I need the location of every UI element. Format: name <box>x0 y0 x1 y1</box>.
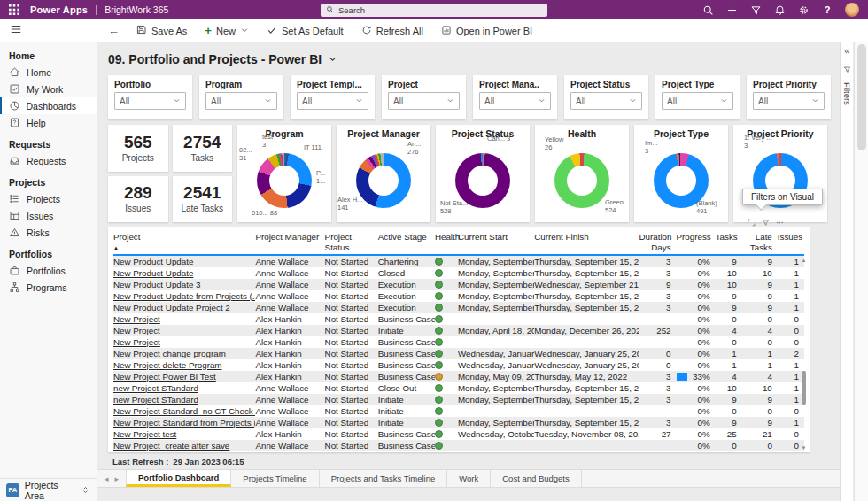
cell-duration: 3 <box>639 371 676 382</box>
sidebar-item-help[interactable]: Help <box>0 114 97 131</box>
column-header-tasks[interactable]: Tasks <box>716 227 742 255</box>
chevron-down-icon <box>264 96 272 106</box>
environment-name[interactable]: BrightWork 365 <box>105 4 168 15</box>
project-link[interactable]: New Project Standard from Projects (... <box>113 418 255 428</box>
table-scrollbar[interactable]: ▲ ▼ <box>800 258 808 451</box>
column-header-duration-days[interactable]: Duration Days <box>639 227 676 255</box>
filters-pane-collapsed[interactable]: « Filters <box>840 42 853 501</box>
tabs-next-icon[interactable]: ▸ <box>115 474 120 483</box>
title-chevron-icon[interactable] <box>328 51 337 67</box>
nav-group-home: Home <box>0 42 97 64</box>
filter-dropdown-program[interactable]: All <box>205 92 277 110</box>
project-link[interactable]: New Project change program <box>113 349 226 358</box>
column-header-project-manager[interactable]: Project Manager <box>255 227 324 255</box>
filter-dropdown-project-mana[interactable]: All <box>479 92 551 110</box>
hamburger-menu-icon[interactable] <box>10 23 22 39</box>
sidebar-item-dashboards[interactable]: Dashboards <box>0 97 97 114</box>
filter-icon[interactable] <box>749 4 762 16</box>
filter-dropdown-project[interactable]: All <box>388 92 460 110</box>
filter-dropdown-portfolio[interactable]: All <box>114 92 186 110</box>
table-scrollbar-thumb[interactable] <box>802 371 806 405</box>
save-as-button[interactable]: Save As <box>127 19 196 42</box>
open-in-power-bi-button[interactable]: Open in Power BI <box>432 19 541 42</box>
project-link[interactable]: New Product Update <box>113 257 193 266</box>
donut-health[interactable] <box>554 153 609 208</box>
filter-dropdown-project-status[interactable]: All <box>570 92 642 110</box>
tabs-prev-icon[interactable]: ◂ <box>105 474 109 483</box>
notifications-icon[interactable] <box>773 4 786 16</box>
filter-dropdown-project-type[interactable]: All <box>662 92 733 110</box>
more-options-icon[interactable] <box>776 214 784 230</box>
column-header-progress[interactable]: Progress <box>677 227 716 255</box>
project-link[interactable]: New Project test <box>113 429 176 439</box>
project-link[interactable]: New Product Update from Projects (... <box>113 291 255 301</box>
chart-data-label: Can... 3 <box>487 135 510 143</box>
area-switcher[interactable]: PA Projects Area <box>0 478 97 501</box>
project-link[interactable]: New Project delete Program <box>113 360 222 370</box>
focus-mode-icon[interactable] <box>748 214 756 230</box>
column-header-health[interactable]: Health <box>435 227 458 255</box>
column-header-project[interactable]: Project▲ <box>113 227 255 255</box>
donut-program[interactable] <box>257 153 312 208</box>
tab-cost-and-budgets[interactable]: Cost and Budgets <box>491 470 582 487</box>
donut-project-manager[interactable] <box>356 153 411 208</box>
project-link[interactable]: new Project STandard <box>113 395 198 405</box>
cell-tasks: 9 <box>716 302 742 313</box>
header-search-icon[interactable] <box>701 4 714 16</box>
app-name[interactable]: Power Apps <box>30 4 88 15</box>
project-link[interactable]: New Project Power BI Test <box>113 372 216 382</box>
sidebar-item-risks[interactable]: Risks <box>0 224 97 241</box>
visual-filter-icon[interactable] <box>762 214 770 230</box>
app-launcher-icon[interactable] <box>9 4 19 15</box>
column-header-active-stage[interactable]: Active Stage <box>378 227 435 255</box>
project-link[interactable]: New Project <box>113 314 160 324</box>
tab-portfolio-dashboard[interactable]: Portfolio Dashboard <box>126 470 231 487</box>
add-icon[interactable] <box>725 4 738 16</box>
search-input[interactable]: Search <box>321 4 547 17</box>
refresh-all-button[interactable]: Refresh All <box>353 19 432 42</box>
column-header-issues[interactable]: Issues <box>778 227 804 255</box>
column-header-late-tasks[interactable]: Late Tasks <box>742 227 778 255</box>
sidebar-item-my-work[interactable]: My Work <box>0 81 97 97</box>
project-link[interactable]: New Project <box>113 337 160 347</box>
column-header-current-finish[interactable]: Current Finish <box>534 227 639 255</box>
window-scrollbar-thumb[interactable] <box>857 44 866 150</box>
mywork-icon <box>9 83 20 95</box>
scroll-down-icon[interactable]: ▼ <box>800 445 808 451</box>
project-link[interactable]: new Project STandard <box>113 383 198 393</box>
sidebar-item-issues[interactable]: Issues <box>0 207 97 224</box>
project-link[interactable]: New Product Update <box>113 268 193 278</box>
sidebar-item-programs[interactable]: Programs <box>0 279 97 296</box>
health-green-indicator <box>435 396 443 404</box>
tab-work[interactable]: Work <box>447 470 491 487</box>
cell-progress: 0% <box>677 417 716 428</box>
project-link[interactable]: New Product Update Project 2 <box>113 303 230 312</box>
column-header-current-start[interactable]: Current Start <box>458 227 534 255</box>
user-avatar[interactable] <box>845 3 859 17</box>
scroll-up-icon[interactable]: ▲ <box>800 258 808 263</box>
cell-start <box>458 336 534 348</box>
filter-dropdown-project-templ[interactable]: All <box>297 92 368 110</box>
project-link[interactable]: New Project Standard_no CT Check e... <box>113 406 255 416</box>
sidebar-item-home[interactable]: Home <box>0 64 97 81</box>
tab-projects-and-tasks-timeline[interactable]: Projects and Tasks Timeline <box>320 470 448 487</box>
back-button[interactable]: ← <box>105 19 127 42</box>
settings-icon[interactable] <box>797 4 810 16</box>
donut-hole <box>666 166 696 196</box>
tab-projects-timeline[interactable]: Projects Timeline <box>231 470 319 487</box>
project-link[interactable]: New Project_create after save <box>113 441 229 451</box>
project-link[interactable]: New Product Update 3 <box>113 280 201 289</box>
sidebar-item-requests[interactable]: Requests <box>0 152 97 169</box>
help-icon[interactable]: ? <box>821 4 833 16</box>
risks-icon <box>9 227 20 238</box>
window-scrollbar[interactable] <box>854 19 868 501</box>
sidebar-item-portfolios[interactable]: Portfolios <box>0 262 97 279</box>
expand-pane-icon[interactable]: « <box>844 47 849 56</box>
filter-dropdown-project-priority[interactable]: All <box>753 92 825 110</box>
set-as-default-button[interactable]: Set As Default <box>258 19 353 42</box>
cell-finish: Thursday, September 15, 2022 <box>534 417 639 428</box>
sidebar-item-projects[interactable]: Projects <box>0 190 97 207</box>
project-link[interactable]: New Project <box>113 326 160 335</box>
column-header-project-status[interactable]: Project Status <box>325 227 378 255</box>
new-button[interactable]: + New <box>196 19 258 42</box>
